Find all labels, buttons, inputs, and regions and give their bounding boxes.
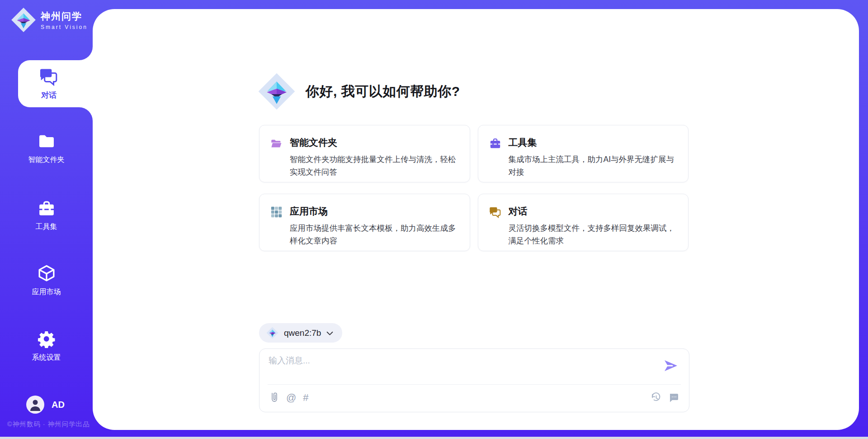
copyright-text: ©神州数码 · 神州问学出品 (7, 420, 90, 429)
chat-icon (489, 206, 501, 218)
brand-logo-icon (11, 7, 36, 33)
brand-name: 神州问学 (41, 10, 88, 23)
sidebar-item-toolset[interactable]: 工具集 (0, 199, 93, 232)
model-selector[interactable]: qwen2:7b (259, 323, 342, 343)
sidebar-item-settings[interactable]: 系统设置 (0, 330, 93, 363)
avatar (26, 396, 44, 414)
gear-icon (38, 330, 56, 348)
card-title: 对话 (509, 205, 677, 218)
card-description: 集成市场上主流工具，助力AI与外界无缝扩展与对接 (509, 153, 677, 178)
folder-icon (38, 132, 56, 150)
tab-curve-bottom (79, 107, 93, 121)
history-icon[interactable] (651, 391, 661, 405)
composer-tools-left: @ # (269, 391, 309, 405)
card-description: 应用市场提供丰富长文本模板，助力高效生成多样化文章内容 (290, 222, 458, 247)
brand: 神州问学 Smart Vision (11, 7, 88, 33)
send-button[interactable] (663, 358, 679, 373)
message-composer: @ # (259, 348, 689, 412)
chevron-down-icon (326, 331, 333, 336)
sidebar-item-smart-folders[interactable]: 智能文件夹 (0, 132, 93, 165)
cube-icon (38, 264, 56, 282)
user-profile[interactable]: AD (26, 396, 65, 414)
model-logo-icon (266, 327, 278, 339)
toolbox-icon (489, 137, 501, 149)
window-bottom-edge (0, 437, 868, 439)
attachment-icon[interactable] (269, 391, 279, 405)
card-title: 工具集 (509, 136, 677, 149)
sidebar-item-label: 智能文件夹 (28, 155, 65, 165)
composer-divider (268, 384, 681, 385)
sidebar-item-chat[interactable]: 对话 (18, 60, 95, 107)
model-name: qwen2:7b (284, 328, 321, 338)
sidebar-item-app-market[interactable]: 应用市场 (0, 264, 93, 297)
toolbox-icon (38, 199, 56, 217)
message-input[interactable] (269, 355, 653, 381)
tab-curve-top (79, 47, 93, 60)
card-chat[interactable]: 对话 灵活切换多模型文件，支持多样回复效果调试，满足个性化需求 (478, 194, 689, 251)
card-description: 智能文件夹功能支持批量文件上传与清洗，轻松实现文件问答 (290, 153, 458, 178)
composer-tools-right (651, 391, 679, 405)
feature-cards: 智能文件夹 智能文件夹功能支持批量文件上传与清洗，轻松实现文件问答 工具集 集成… (259, 125, 689, 251)
greeting: 你好, 我可以如何帮助你? (258, 72, 460, 110)
grid-icon (270, 206, 283, 218)
sidebar-item-label: 工具集 (36, 222, 57, 232)
greeting-text: 你好, 我可以如何帮助你? (306, 82, 460, 101)
topic-icon[interactable]: # (303, 391, 308, 405)
sidebar-item-label: 系统设置 (32, 353, 61, 363)
sidebar-item-label: 应用市场 (32, 287, 61, 297)
send-icon (663, 358, 679, 373)
sidebar-item-label: 对话 (41, 90, 57, 100)
app-root: 神州问学 Smart Vision 对话 智能文件夹 工具集 应用市场 系统设置 (0, 0, 868, 439)
card-title: 应用市场 (290, 205, 458, 218)
open-folder-icon (270, 137, 283, 149)
avatar-icon (26, 396, 44, 414)
assistant-logo-icon (258, 72, 296, 110)
card-app-market[interactable]: 应用市场 应用市场提供丰富长文本模板，助力高效生成多样化文章内容 (259, 194, 470, 251)
mention-icon[interactable]: @ (286, 391, 296, 405)
card-title: 智能文件夹 (290, 136, 458, 149)
brand-subtitle: Smart Vision (41, 24, 88, 30)
card-smart-folders[interactable]: 智能文件夹 智能文件夹功能支持批量文件上传与清洗，轻松实现文件问答 (259, 125, 470, 182)
chat-icon (39, 67, 58, 86)
feedback-icon[interactable] (668, 391, 679, 405)
user-name: AD (52, 400, 65, 410)
card-toolset[interactable]: 工具集 集成市场上主流工具，助力AI与外界无缝扩展与对接 (478, 125, 689, 182)
card-description: 灵活切换多模型文件，支持多样回复效果调试，满足个性化需求 (509, 222, 677, 247)
